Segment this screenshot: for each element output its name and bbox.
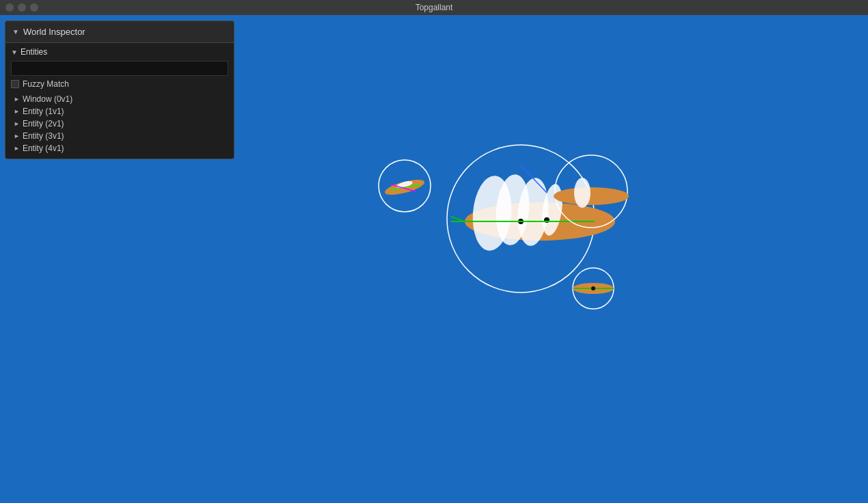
entity-list: ►Window (0v1)►Entity (1v1)►Entity (2v1)►…: [11, 93, 228, 154]
entity-arrow-0: ►: [14, 96, 20, 103]
entities-header: ▼ Entities: [11, 47, 228, 57]
entity-arrow-2: ►: [14, 120, 20, 127]
inspector-title: World Inspector: [23, 27, 85, 37]
close-button[interactable]: [5, 3, 14, 12]
entity-list-item-0[interactable]: ►Window (0v1): [11, 93, 228, 105]
entity-list-item-4[interactable]: ►Entity (4v1): [11, 142, 228, 154]
svg-point-25: [591, 286, 595, 290]
inspector-collapse-arrow[interactable]: ▼: [12, 28, 19, 36]
inspector-panel: ▼ World Inspector ▼ Entities Fuzzy Match…: [5, 21, 234, 159]
minimize-button[interactable]: [18, 3, 26, 12]
inspector-header: ▼ World Inspector: [5, 21, 234, 43]
entities-section: ▼ Entities Fuzzy Match ►Window (0v1)►Ent…: [5, 43, 234, 159]
svg-point-21: [574, 178, 591, 208]
entity-list-item-2[interactable]: ►Entity (2v1): [11, 118, 228, 130]
app-title: Topgallant: [416, 3, 453, 12]
search-input[interactable]: [11, 61, 228, 76]
maximize-button[interactable]: [30, 3, 38, 12]
titlebar: Topgallant: [0, 0, 868, 15]
entity-label-0: Window (0v1): [23, 94, 72, 104]
svg-point-20: [554, 187, 629, 205]
entities-collapse-arrow[interactable]: ▼: [11, 49, 18, 56]
entity-list-item-1[interactable]: ►Entity (1v1): [11, 105, 228, 118]
fuzzy-match-row: Fuzzy Match: [11, 79, 228, 89]
entity-arrow-3: ►: [14, 133, 20, 139]
entity-label-2: Entity (2v1): [23, 119, 64, 128]
entity-label-3: Entity (3v1): [23, 131, 64, 141]
fuzzy-match-checkbox[interactable]: [11, 80, 19, 88]
entities-label: Entities: [21, 47, 47, 57]
window-controls: [5, 3, 38, 12]
entity-label-4: Entity (4v1): [23, 144, 64, 153]
entity-list-item-3[interactable]: ►Entity (3v1): [11, 130, 228, 142]
fuzzy-match-label: Fuzzy Match: [23, 79, 69, 89]
entity-arrow-1: ►: [14, 108, 20, 115]
entity-label-1: Entity (1v1): [23, 107, 64, 116]
entity-arrow-4: ►: [14, 145, 20, 152]
